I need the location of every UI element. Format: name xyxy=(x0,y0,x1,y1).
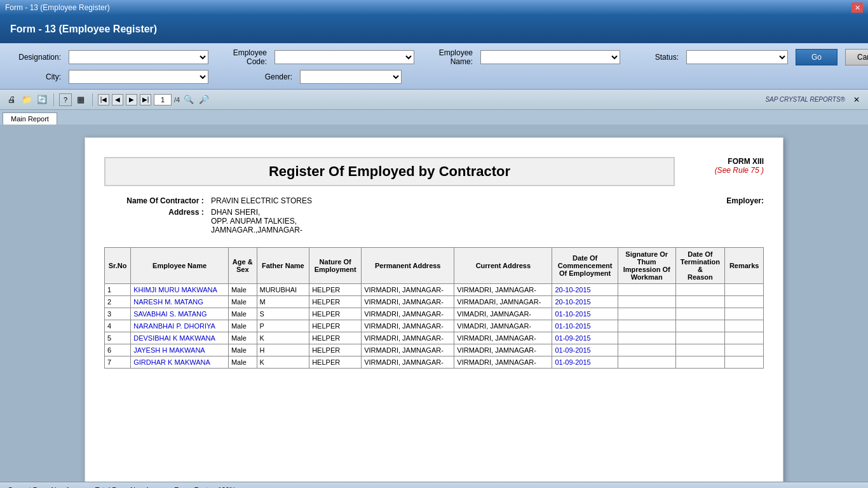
form-xiii: FORM XIII (See Rule 75 ) xyxy=(688,157,764,175)
toolbar: 🖨 📁 🔄 ? ▦ |◀ ◀ ▶ ▶| 1 /4 🔍 🔎 SAP CRYSTAL… xyxy=(0,90,868,110)
refresh-icon[interactable]: 🔄 xyxy=(36,93,48,106)
address-row: Address : DHAN SHERI, OPP. ANUPAM TALKIE… xyxy=(104,208,312,234)
employer-row: Name Of Contractor : PRAVIN ELECTRIC STO… xyxy=(104,196,764,237)
col-father: Father Name xyxy=(257,248,309,284)
app-title: Form - 13 (Employee Register) xyxy=(10,24,157,35)
col-signature: Signature OrThumImpression OfWorkman xyxy=(618,248,675,284)
table-row: 6JAYESH H MAKWANAMaleHHELPERVIRMADRI, JA… xyxy=(105,344,764,356)
col-date-terminate: Date OfTermination&Reason xyxy=(675,248,725,284)
status-bar: Current Page No.: 1 Total Page No.: 4 Zo… xyxy=(0,482,868,488)
sap-crystal-label: SAP CRYSTAL REPORTS® xyxy=(765,96,845,103)
col-remarks: Remarks xyxy=(725,248,764,284)
page-total: /4 xyxy=(174,96,180,104)
employer-label: Employer: xyxy=(726,196,764,205)
col-date-commence: Date OfCommencementOf Employment xyxy=(552,248,618,284)
title-bar: Form - 13 (Employee Register) ✕ xyxy=(0,0,868,15)
employee-code-select[interactable] xyxy=(275,50,414,64)
cancel-button[interactable]: Cancel xyxy=(845,49,868,65)
status-select[interactable] xyxy=(686,50,788,64)
contractor-name-value: PRAVIN ELECTRIC STORES xyxy=(211,196,312,205)
contractor-info: Name Of Contractor : PRAVIN ELECTRIC STO… xyxy=(104,196,764,237)
gender-label: Gender: xyxy=(241,72,292,81)
total-page-status: Total Page No.: 4 xyxy=(95,486,149,489)
col-age: Age &Sex xyxy=(228,248,257,284)
employee-name-label: Employee Name: xyxy=(422,48,473,66)
toolbar-separator-1 xyxy=(53,93,54,106)
zoom-status: Zoom Factor: 100% xyxy=(174,486,236,489)
address-label: Address : xyxy=(104,208,206,234)
prev-page-button[interactable]: ◀ xyxy=(112,94,123,105)
main-report-tab[interactable]: Main Report xyxy=(3,112,57,125)
report-page: Register Of Employed by Contractor FORM … xyxy=(85,137,783,482)
address-value: DHAN SHERI, OPP. ANUPAM TALKIES, JAMNAGA… xyxy=(211,208,302,234)
col-name: Employee Name xyxy=(131,248,229,284)
report-title-row: Register Of Employed by Contractor FORM … xyxy=(104,157,764,186)
city-label: City: xyxy=(10,72,61,81)
table-row: 7GIRDHAR K MAKWANAMaleKHELPERVIRMADRI, J… xyxy=(105,356,764,369)
filter-bar: Designation: Employee Code: Employee Nam… xyxy=(0,43,868,90)
col-permanent: Permanent Address xyxy=(362,248,454,284)
page-input[interactable]: 1 xyxy=(154,94,172,105)
table-row: 1KHIMJI MURU MAKWANAMaleMURUBHAIHELPERVI… xyxy=(105,284,764,296)
tab-bar: Main Report xyxy=(0,110,868,125)
employee-name-select[interactable] xyxy=(480,50,620,64)
data-table: Sr.No Employee Name Age &Sex Father Name… xyxy=(104,247,764,369)
search-icon[interactable]: 🔍 xyxy=(182,93,195,106)
table-row: 3SAVABHAI S. MATANGMaleSHELPERVIRMADRI, … xyxy=(105,308,764,320)
table-row: 2NARESH M. MATANGMaleMHELPERVIRMADRI, JA… xyxy=(105,296,764,308)
col-current: Current Address xyxy=(454,248,552,284)
export-icon[interactable]: 📁 xyxy=(20,93,33,106)
employee-code-label: Employee Code: xyxy=(216,48,267,66)
print-icon[interactable]: 🖨 xyxy=(5,93,18,106)
col-nature: Nature OfEmployment xyxy=(309,248,362,284)
report-area[interactable]: Register Of Employed by Contractor FORM … xyxy=(0,125,868,482)
status-label: Status: xyxy=(628,53,679,62)
designation-select[interactable] xyxy=(69,50,208,64)
zoom-icon[interactable]: 🔎 xyxy=(198,93,210,106)
next-page-button[interactable]: ▶ xyxy=(126,94,137,105)
last-page-button[interactable]: ▶| xyxy=(140,94,151,105)
app-header: Form - 13 (Employee Register) xyxy=(0,15,868,43)
gender-select[interactable] xyxy=(300,70,402,84)
go-button[interactable]: Go xyxy=(796,49,837,65)
table-row: 4NARANBHAI P. DHORIYAMalePHELPERVIRMADRI… xyxy=(105,320,764,332)
table-row: 5DEVSIBHAI K MAKWANAMaleKHELPERVIRMADRI,… xyxy=(105,332,764,344)
city-select[interactable] xyxy=(69,70,208,84)
report-title: Register Of Employed by Contractor xyxy=(104,157,675,186)
contractor-name-label: Name Of Contractor : xyxy=(104,196,206,205)
title-bar-text: Form - 13 (Employee Register) xyxy=(5,3,110,12)
close-button[interactable]: ✕ xyxy=(851,3,863,13)
col-sr: Sr.No xyxy=(105,248,131,284)
first-page-button[interactable]: |◀ xyxy=(98,94,109,105)
close-report-icon[interactable]: ✕ xyxy=(850,93,863,106)
grid-icon[interactable]: ▦ xyxy=(74,93,87,106)
help-icon[interactable]: ? xyxy=(59,93,72,106)
toolbar-separator-2 xyxy=(92,93,93,106)
designation-label: Designation: xyxy=(10,53,61,62)
contractor-name-row: Name Of Contractor : PRAVIN ELECTRIC STO… xyxy=(104,196,312,205)
current-page-status: Current Page No.: 1 xyxy=(8,486,70,489)
